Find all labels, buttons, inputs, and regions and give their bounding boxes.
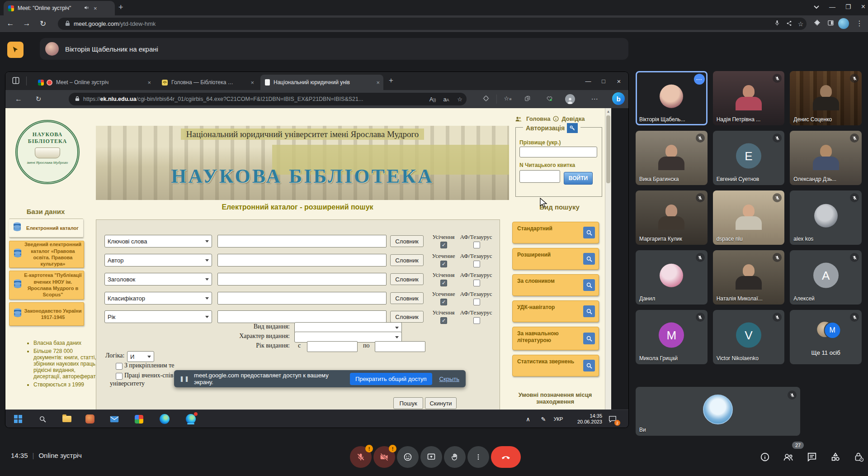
participant-tile[interactable]: ⋯ Вікторія Щабель...: [636, 71, 708, 125]
participant-tile[interactable]: dspace nlu: [713, 190, 785, 245]
search-kind-dictionary[interactable]: За словником: [512, 274, 599, 296]
tab-close-icon[interactable]: ×: [147, 79, 151, 86]
thesaurus-checkbox[interactable]: [473, 280, 480, 286]
forward-icon[interactable]: →: [21, 19, 33, 28]
truncation-checkbox[interactable]: ✓: [440, 299, 447, 305]
attached-text-checkbox[interactable]: [116, 363, 123, 370]
window-minimize-button[interactable]: —: [829, 3, 835, 10]
edge-browser-active-icon[interactable]: [185, 413, 197, 425]
truncation-checkbox[interactable]: ✓: [440, 242, 447, 248]
edge-close-button[interactable]: ×: [611, 77, 627, 85]
more-options-button[interactable]: [467, 446, 489, 468]
participant-tile[interactable]: V Victor Nikolaenko: [713, 310, 785, 364]
window-close-button[interactable]: ×: [861, 3, 865, 11]
term-input[interactable]: [217, 273, 387, 286]
year-from-input[interactable]: [307, 341, 358, 352]
participant-tile[interactable]: Маргарита Кулик: [636, 190, 708, 245]
thesaurus-checkbox[interactable]: [473, 299, 480, 305]
favorite-star-icon[interactable]: ☆: [453, 96, 467, 103]
truncation-checkbox[interactable]: ✓: [440, 317, 447, 324]
address-bar[interactable]: meet.google.com/ytd-tdew-hmk ☆: [58, 18, 807, 30]
file-explorer-icon[interactable]: [61, 413, 73, 425]
end-call-button[interactable]: [491, 446, 521, 468]
favorites-icon[interactable]: ☆≡: [501, 95, 514, 102]
stop-sharing-button[interactable]: Прекратить общий доступ: [350, 373, 432, 385]
taskbar-app-icon[interactable]: [84, 413, 96, 425]
edge-menu-icon[interactable]: ⋯: [588, 95, 601, 103]
truncation-checkbox[interactable]: ✓: [440, 280, 447, 286]
year-to-input[interactable]: [375, 341, 425, 352]
page-scrollbar[interactable]: ▲: [605, 108, 611, 409]
raise-hand-button[interactable]: [444, 446, 466, 468]
participant-tile[interactable]: Денис Соценко: [790, 71, 862, 125]
search-kind-standard[interactable]: Стандартний: [512, 222, 599, 243]
field-select[interactable]: Класифікатор: [104, 292, 212, 305]
extensions-puzzle-icon[interactable]: [479, 95, 493, 103]
participant-tile[interactable]: А Алексей: [790, 250, 862, 305]
participant-tile[interactable]: Вика Брагинска: [636, 131, 708, 185]
tray-chevron-icon[interactable]: ∧: [522, 413, 534, 425]
reactions-button[interactable]: [397, 446, 419, 468]
activities-button[interactable]: [829, 451, 842, 463]
participant-tile[interactable]: Е Евгений Суетнов: [713, 131, 785, 185]
search-kind-advanced[interactable]: Розширений: [512, 248, 599, 270]
meeting-details-button[interactable]: [759, 451, 771, 463]
edge-profile-avatar[interactable]: [565, 94, 575, 104]
clock[interactable]: 14:3520.06.2023: [570, 413, 602, 425]
edge-maximize-button[interactable]: □: [596, 78, 611, 85]
present-screen-button[interactable]: [420, 446, 442, 468]
tab-close-icon[interactable]: ×: [94, 5, 97, 12]
edge-tab-university-active[interactable]: Національний юридичний унів ×: [260, 75, 383, 90]
bing-chat-icon[interactable]: b: [612, 92, 625, 105]
taskbar-search-icon[interactable]: [37, 413, 48, 425]
tab-close-icon[interactable]: ×: [250, 79, 254, 86]
participant-tile[interactable]: М Микола Грицай: [636, 310, 708, 364]
thesaurus-checkbox[interactable]: [473, 261, 480, 267]
browser-tab-meet[interactable]: Meet: "Online зустріч" ×: [4, 1, 115, 15]
notifications-icon[interactable]: 2: [607, 413, 618, 425]
search-kind-udc-navigator[interactable]: УДК-навігатор: [512, 300, 599, 322]
collections-icon[interactable]: [521, 95, 534, 103]
term-input[interactable]: [217, 310, 387, 323]
db-item-catalog[interactable]: Електронний каталог: [9, 219, 83, 238]
tab-search-chevron-icon[interactable]: [814, 3, 819, 10]
surname-input[interactable]: [519, 147, 597, 157]
host-controls-button[interactable]: [853, 451, 865, 463]
login-button[interactable]: ВОЙТИ: [564, 172, 593, 185]
scrollbar-thumb[interactable]: [606, 115, 610, 183]
search-icon[interactable]: [583, 333, 595, 344]
back-icon[interactable]: ←: [5, 19, 16, 28]
search-kind-statistics[interactable]: Статистика звернень: [512, 355, 599, 376]
tile-options-icon[interactable]: ⋯: [694, 74, 705, 85]
reload-icon[interactable]: ↻: [32, 95, 45, 103]
reload-icon[interactable]: ↻: [37, 19, 49, 29]
mail-icon[interactable]: [108, 413, 120, 425]
nav-home-link[interactable]: Головна: [526, 115, 550, 122]
hide-share-bar-link[interactable]: Скрыть: [439, 376, 459, 382]
edge-tab-library-home[interactable]: Головна — Бібліотека НЮУ ім. ×: [157, 75, 258, 90]
search-kind-study-literature[interactable]: За навчальною літературою: [512, 327, 599, 350]
read-aloud-icon[interactable]: A)): [426, 96, 439, 103]
db-item-scopus[interactable]: Е-картотека "Публікації вчених НЮУ ім. Я…: [9, 271, 84, 300]
thesaurus-checkbox[interactable]: [473, 242, 480, 248]
camera-toggle-button[interactable]: !: [373, 446, 395, 468]
new-tab-button[interactable]: +: [118, 3, 123, 12]
participant-tile[interactable]: Наталія Миколаї...: [713, 250, 785, 305]
back-icon[interactable]: ←: [12, 95, 25, 103]
tab-close-icon[interactable]: ×: [376, 79, 380, 86]
edge-minimize-button[interactable]: —: [580, 78, 596, 85]
photos-icon[interactable]: [133, 413, 145, 425]
edge-new-tab-button[interactable]: +: [389, 76, 393, 85]
translate-icon[interactable]: aA: [439, 96, 453, 103]
db-item-pravova-osvita[interactable]: Зведений електронний каталог «Правова ос…: [9, 241, 84, 268]
extensions-puzzle-icon[interactable]: [811, 19, 823, 28]
logic-select[interactable]: И: [127, 351, 154, 362]
field-select[interactable]: Автор: [104, 254, 212, 267]
mic-toggle-button[interactable]: !: [350, 446, 372, 468]
browser-essentials-icon[interactable]: [542, 95, 556, 103]
search-icon[interactable]: [583, 360, 595, 371]
self-tile[interactable]: Ви: [636, 387, 800, 436]
reset-button[interactable]: Скинути: [425, 397, 457, 409]
pen-icon[interactable]: ✎: [538, 413, 549, 425]
nav-help-link[interactable]: Довідка: [561, 115, 585, 122]
